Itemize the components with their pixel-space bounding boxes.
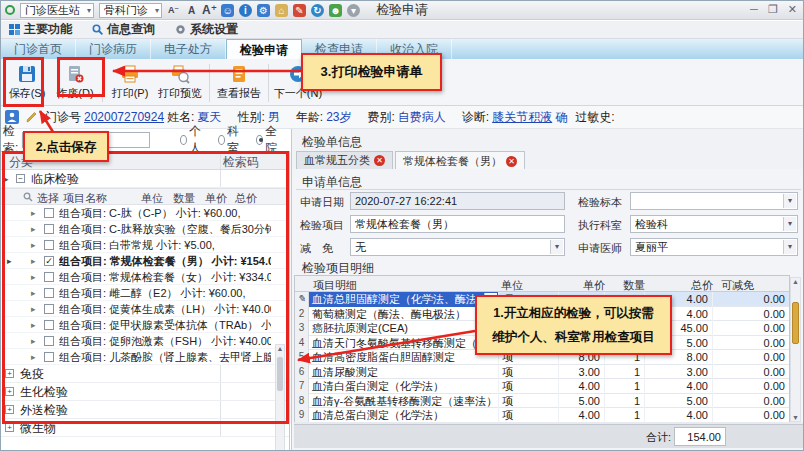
chevron-down-icon[interactable]: ▾ <box>783 240 796 254</box>
catalog-item-row[interactable]: ▸ ▸ 组合项目: 常规体检套餐（女） 小计: ¥334.00, <box>1 269 289 285</box>
expander-icon[interactable]: ▸ <box>31 349 36 365</box>
chevron-down-icon[interactable]: ▾ <box>550 240 563 254</box>
item-name-cell[interactable]: 血清高密度脂蛋白胆固醇测定 <box>312 351 455 363</box>
checkbox-icon[interactable] <box>44 224 54 234</box>
checkbox-icon[interactable] <box>44 256 54 266</box>
catalog-item-row[interactable]: ▸ ▸ 组合项目: 雌二醇（E2） 小计: ¥60.00, <box>1 285 289 301</box>
save-button[interactable]: 保存(S) <box>3 62 51 101</box>
menu-info-query[interactable]: 信息查询 <box>92 21 155 38</box>
detail-row[interactable]: ✎8 血清γ-谷氨酰基转移酶测定（速率法）▾ 项 5.00 1 5.00 0.0… <box>295 394 789 409</box>
catalog-item-row[interactable]: ▸ ▸ 组合项目: C-肽（C-P） 小计: ¥60.00, <box>1 205 289 221</box>
catalog-group-clinical[interactable]: ▸ − 临床检验 <box>1 170 289 188</box>
menu-main-functions[interactable]: 主要功能 <box>9 21 72 38</box>
specimen-select[interactable]: ▾ <box>630 192 798 210</box>
deduction-select[interactable]: 无▾ <box>350 238 565 256</box>
expander-icon[interactable]: ▸ <box>31 285 36 301</box>
catalog-item-row[interactable]: ▸ ▸ 组合项目: 促甲状腺素受体抗体（TRAb） 小计: ¥60.00, <box>1 317 289 333</box>
catalog-item-row[interactable]: ▸ ▸ 组合项目: 常规体检套餐（男） 小计: ¥154.00, <box>1 253 289 269</box>
exec-dept-select[interactable]: 检验科▾ <box>630 215 798 233</box>
font-decrease-icon[interactable]: A⁻ <box>167 4 180 17</box>
item-name-cell[interactable]: 血清天门冬氨酸氨基转移酶测定（速率法... <box>312 337 499 349</box>
order-tab[interactable]: 血常规五分类 ✕ <box>296 151 393 169</box>
checkbox-icon[interactable] <box>44 352 54 362</box>
font-size-icon[interactable]: A <box>185 4 198 17</box>
item-name-cell[interactable]: 葡萄糖测定（酶法、酶电极法） <box>312 308 466 320</box>
order-tab[interactable]: 常规体检套餐（男） ✕ <box>395 151 525 170</box>
expander-icon[interactable]: ▸ <box>31 237 36 253</box>
close-button[interactable]: ✕ <box>788 3 797 16</box>
item-name-cell[interactable]: 癌胚抗原测定(CEA) <box>312 322 408 334</box>
expand-icon[interactable]: + <box>5 423 14 432</box>
expand-icon[interactable]: + <box>5 405 14 414</box>
catalog-item-row[interactable]: ▸ ▸ 组合项目: 促卵泡激素（FSH） 小计: ¥40.00, <box>1 333 289 349</box>
radio-icon[interactable] <box>256 135 263 145</box>
close-tab-icon[interactable]: ✕ <box>506 156 517 167</box>
scroll-thumb[interactable] <box>792 302 799 344</box>
item-name-cell[interactable]: 血清尿酸测定 <box>312 366 378 378</box>
edit-pencil-icon[interactable] <box>25 110 39 124</box>
chevron-down-icon[interactable]: ▾ <box>783 217 796 231</box>
expander-icon[interactable]: ▸ <box>31 205 36 221</box>
team-icon[interactable]: ☻ <box>329 4 342 17</box>
expander-icon[interactable]: ▸ <box>31 269 36 285</box>
user-icon[interactable]: ☺ <box>221 4 234 17</box>
module-tab[interactable]: 电子处方 <box>151 39 226 59</box>
restore-button[interactable]: ❐ <box>768 3 778 16</box>
print-button[interactable]: 打印(P) <box>106 62 154 101</box>
catalog-group-row[interactable]: + 生化检验 <box>1 383 289 401</box>
expander-icon[interactable]: ▸ <box>31 253 36 269</box>
home-icon[interactable]: ⌂ <box>275 4 288 17</box>
scroll-thumb[interactable] <box>277 357 283 391</box>
expand-icon[interactable]: + <box>5 369 14 378</box>
module-tab[interactable]: 门诊病历 <box>76 39 151 59</box>
request-doctor-select[interactable]: 夏丽平▾ <box>630 238 798 256</box>
view-report-button[interactable]: 查看报告 <box>213 62 265 101</box>
checkbox-icon[interactable] <box>44 288 54 298</box>
theme-icon[interactable]: ▾ <box>347 4 360 17</box>
item-name-cell[interactable]: 血清总胆固醇测定（化学法、酶法） <box>312 293 488 305</box>
collapse-icon[interactable]: − <box>16 174 25 183</box>
catalog-item-row[interactable]: ▸ ▸ 组合项目: 儿茶酚胺（肾上腺素、去甲肾上腺素、多巴胺） 小 <box>1 349 289 365</box>
eraser-icon[interactable]: ✎ <box>293 4 306 17</box>
radio-icon[interactable] <box>180 135 187 145</box>
checkbox-icon[interactable] <box>44 208 54 218</box>
refresh-icon[interactable]: ↻ <box>311 4 324 17</box>
chevron-down-icon[interactable]: ▾ <box>783 194 796 208</box>
catalog-group-row[interactable]: + 免疫 <box>1 365 289 383</box>
checkbox-icon[interactable] <box>44 272 54 282</box>
close-tab-icon[interactable]: ✕ <box>374 155 385 166</box>
scroll-down-icon[interactable]: ▼ <box>791 414 800 421</box>
expander-icon[interactable]: ▸ <box>31 221 36 237</box>
scroll-up-icon[interactable]: ▲ <box>276 345 284 352</box>
department-select[interactable]: 骨科门诊 <box>99 3 162 18</box>
detail-scrollbar[interactable]: ▲ ▼ <box>790 277 801 422</box>
catalog-item-row[interactable]: ▸ ▸ 组合项目: C-肽释放实验（空腹、餐后30分钟、60分钟、120 <box>1 221 289 237</box>
catalog-item-row[interactable]: ▸ ▸ 组合项目: 促黄体生成素（LH） 小计: ¥40.00, <box>1 301 289 317</box>
module-tab[interactable]: 门诊首页 <box>1 39 76 59</box>
expand-icon[interactable]: + <box>5 387 14 396</box>
detail-row[interactable]: ✎7 血清白蛋白测定（化学法）▾ 项 4.00 1 4.00 0.00 <box>295 379 789 394</box>
tools-icon[interactable]: ⚙ <box>257 4 270 17</box>
patient-diagnosis[interactable]: 膝关节积液 <box>492 109 552 126</box>
void-button[interactable]: 作废(D) <box>51 62 99 101</box>
radio-icon[interactable] <box>218 135 225 145</box>
checkbox-icon[interactable] <box>44 240 54 250</box>
detail-row[interactable]: ✎6 血清尿酸测定▾ 项 3.00 1 3.00 0.00 <box>295 365 789 380</box>
expander-icon[interactable]: ▸ <box>31 317 36 333</box>
menu-system-settings[interactable]: 系统设置 <box>175 21 238 38</box>
item-name-cell[interactable]: 血清总蛋白测定（化学法） <box>312 409 444 421</box>
expander-icon[interactable]: ▸ <box>31 301 36 317</box>
checkbox-icon[interactable] <box>44 336 54 346</box>
station-select[interactable]: 门诊医生站 <box>20 3 94 18</box>
checkbox-icon[interactable] <box>44 320 54 330</box>
checkbox-icon[interactable] <box>44 304 54 314</box>
catalog-group-row[interactable]: + 外送检验 <box>1 401 289 419</box>
module-tab[interactable]: 检验申请 <box>226 39 302 59</box>
info-icon[interactable]: i <box>239 4 252 17</box>
font-increase-icon[interactable]: A⁺ <box>203 4 216 17</box>
item-name-cell[interactable]: 血清γ-谷氨酰基转移酶测定（速率法） <box>312 395 497 407</box>
detail-row[interactable]: ✎9 血清总蛋白测定（化学法）▾ 项 4.00 1 4.00 0.00 <box>295 408 789 423</box>
filter-search-icon[interactable] <box>23 192 33 202</box>
minimize-button[interactable]: ─ <box>750 3 758 16</box>
print-preview-button[interactable]: 打印预览 <box>154 62 206 101</box>
